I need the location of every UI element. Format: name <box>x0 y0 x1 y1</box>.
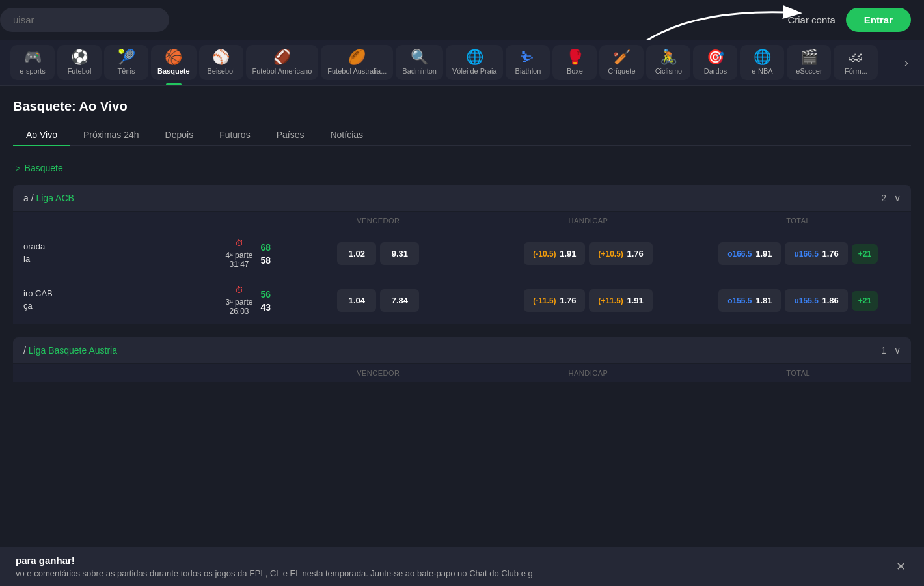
sport-item-futebol[interactable]: ⚽ Futebol <box>57 45 102 80</box>
total-under-match1[interactable]: u166.5 1.76 <box>785 242 847 265</box>
sport-icon-futebol: ⚽ <box>71 50 88 64</box>
score2-match1: 58 <box>260 255 271 266</box>
sport-item-badminton[interactable]: 🔍 Badminton <box>396 45 443 80</box>
odd2-match2[interactable]: 7.84 <box>380 289 419 312</box>
sport-item-ciclismo[interactable]: 🚴 Ciclismo <box>646 45 690 80</box>
sport-icon-tenis: 🎾 <box>118 50 135 64</box>
sport-icon-biathlon: ⛷ <box>521 50 535 64</box>
total-under-match2[interactable]: u155.5 1.86 <box>785 289 847 312</box>
sport-item-boxe[interactable]: 🥊 Boxe <box>552 45 597 80</box>
leagues-container: a / Liga ACB 2 ∨ VENCEDORHANDICAPTOTAL o… <box>13 185 911 382</box>
odd1-match2[interactable]: 1.04 <box>337 289 376 312</box>
sport-item-dardos[interactable]: 🎯 Dardos <box>693 45 737 80</box>
sub-nav-países[interactable]: Países <box>264 124 318 145</box>
sport-icon-esoccer: 🎬 <box>800 50 818 64</box>
league-liga-austria: / Liga Basquete Austria 1 ∨ VENCEDORHAND… <box>13 337 911 382</box>
league-count-liga-acb: 2 <box>881 193 886 203</box>
league-right-liga-austria: 1 ∨ <box>881 345 901 356</box>
entrar-button[interactable]: Entrar <box>846 8 911 32</box>
handicap-group-match2: (-11.5) 1.76 (+11.5) 1.91 <box>486 289 691 312</box>
sport-item-volei-praia[interactable]: 🌐 Vólei de Praia <box>446 45 504 80</box>
sport-item-futebol-americano[interactable]: 🏈 Futebol Americano <box>246 45 319 80</box>
sport-item-biathlon[interactable]: ⛷ Biathlon <box>506 45 550 80</box>
league-chevron-liga-austria[interactable]: ∨ <box>894 345 901 356</box>
match-row-match1: orada la ⏱ 4ª parte31:47 68 58 1.02 9.31 <box>13 230 911 277</box>
sport-label-futebol-americano: Futebol Americano <box>252 67 312 75</box>
sport-icon-e-nba: 🌐 <box>754 50 771 64</box>
league-header-liga-austria[interactable]: / Liga Basquete Austria 1 ∨ <box>13 337 911 363</box>
sport-label-dardos: Dardos <box>704 67 727 75</box>
team1-match1: orada <box>23 242 218 251</box>
sub-nav: Ao VivoPróximas 24hDepoisFuturosPaísesNo… <box>13 124 911 146</box>
sport-icon-criquete: 🏏 <box>613 50 631 64</box>
sport-item-tenis[interactable]: 🎾 Tênis <box>104 45 148 80</box>
sport-item-criquete[interactable]: 🏏 Críquete <box>599 45 644 80</box>
handicap-neg-match1[interactable]: (-10.5) 1.91 <box>524 242 585 265</box>
col-header-liga-austria-0 <box>23 369 271 377</box>
breadcrumb-arrow[interactable]: > <box>16 163 21 173</box>
col-header-liga-austria-3: TOTAL <box>696 369 901 377</box>
sport-item-beisebol[interactable]: ⚾ Beisebol <box>199 45 243 80</box>
total-over-match2[interactable]: o155.5 1.81 <box>718 289 781 312</box>
live-clock-match2: ⏱ <box>235 285 243 295</box>
sport-icon-dardos: 🎯 <box>707 50 724 64</box>
score-col-match1: 68 58 <box>260 242 271 266</box>
league-name-liga-acb: a / Liga ACB <box>23 193 74 203</box>
live-clock-match1: ⏱ <box>235 238 243 248</box>
league-chevron-liga-acb[interactable]: ∨ <box>894 193 901 203</box>
live-part-match1: 4ª parte31:47 <box>226 251 253 269</box>
sport-item-esoccer[interactable]: 🎬 eSoccer <box>787 45 831 80</box>
score1-match1: 68 <box>260 242 271 253</box>
league-count-liga-austria: 1 <box>881 345 886 356</box>
score-col-match2: 56 43 <box>260 289 271 313</box>
section-title: Basquete: Ao Vivo <box>13 99 911 114</box>
more-btn-match1[interactable]: +21 <box>852 244 878 264</box>
sport-label-ciclismo: Ciclismo <box>655 67 683 75</box>
handicap-group-match1: (-10.5) 1.91 (+10.5) 1.76 <box>486 242 691 265</box>
team-names-match2: iro CAB ça <box>23 288 218 313</box>
sport-item-formula[interactable]: 🏎 Fórm... <box>834 45 878 80</box>
sub-nav-futuros[interactable]: Futuros <box>206 124 263 145</box>
sport-item-basquete[interactable]: 🏀 Basquete <box>151 45 197 80</box>
sub-nav-ao-vivo[interactable]: Ao Vivo <box>13 124 70 145</box>
handicap-pos-match2[interactable]: (+11.5) 1.91 <box>589 289 652 312</box>
odd2-match1[interactable]: 9.31 <box>380 242 419 265</box>
sport-label-volei-praia: Vólei de Praia <box>452 67 497 75</box>
sub-nav-depois[interactable]: Depois <box>152 124 207 145</box>
more-btn-match2[interactable]: +21 <box>852 291 878 311</box>
sport-label-badminton: Badminton <box>402 67 437 75</box>
sport-item-futebol-australia[interactable]: 🏉 Futebol Australia... <box>321 45 393 80</box>
breadcrumb-text[interactable]: Basquete <box>25 163 63 173</box>
total-over-match1[interactable]: o166.5 1.91 <box>718 242 781 265</box>
handicap-pos-match1[interactable]: (+10.5) 1.76 <box>589 242 652 265</box>
sub-nav-notícias[interactable]: Notícias <box>317 124 376 145</box>
col-header-liga-austria-1: VENCEDOR <box>276 369 481 377</box>
odd1-match1[interactable]: 1.02 <box>337 242 376 265</box>
col-header-liga-acb-3: TOTAL <box>696 217 901 225</box>
sport-label-boxe: Boxe <box>567 67 583 75</box>
score1-match2: 56 <box>260 289 271 300</box>
handicap-neg-match2[interactable]: (-11.5) 1.76 <box>524 289 585 312</box>
col-header-liga-acb-2: HANDICAP <box>486 217 691 225</box>
sport-icon-beisebol: ⚾ <box>212 50 230 64</box>
sport-label-e-nba: e-NBA <box>752 67 772 75</box>
sport-icon-futebol-australia: 🏉 <box>348 50 366 64</box>
sports-nav-next-arrow[interactable]: › <box>899 51 914 75</box>
league-header-liga-acb[interactable]: a / Liga ACB 2 ∨ <box>13 185 911 211</box>
criar-conta-link[interactable]: Criar conta <box>787 14 835 25</box>
sport-icon-boxe: 🥊 <box>566 50 584 64</box>
sport-item-e-nba[interactable]: 🌐 e-NBA <box>740 45 784 80</box>
sport-label-basquete: Basquete <box>157 67 190 75</box>
sport-item-e-sports[interactable]: 🎮 e-sports <box>10 45 55 80</box>
col-headers-liga-austria: VENCEDORHANDICAPTOTAL <box>13 364 911 382</box>
sport-label-futebol: Futebol <box>68 67 92 75</box>
sport-icon-formula: 🏎 <box>849 50 863 64</box>
sub-nav-próximas-24h[interactable]: Próximas 24h <box>70 124 152 145</box>
col-headers-liga-acb: VENCEDORHANDICAPTOTAL <box>13 212 911 230</box>
sport-label-criquete: Críquete <box>608 67 635 75</box>
live-part-match2: 3ª parte26:03 <box>226 298 253 316</box>
search-input[interactable] <box>0 8 169 32</box>
match-info-match2: iro CAB ça ⏱ 3ª parte26:03 56 43 <box>23 285 271 316</box>
team-names-match1: orada la <box>23 242 218 266</box>
banner-close-button[interactable]: ✕ <box>893 557 908 576</box>
